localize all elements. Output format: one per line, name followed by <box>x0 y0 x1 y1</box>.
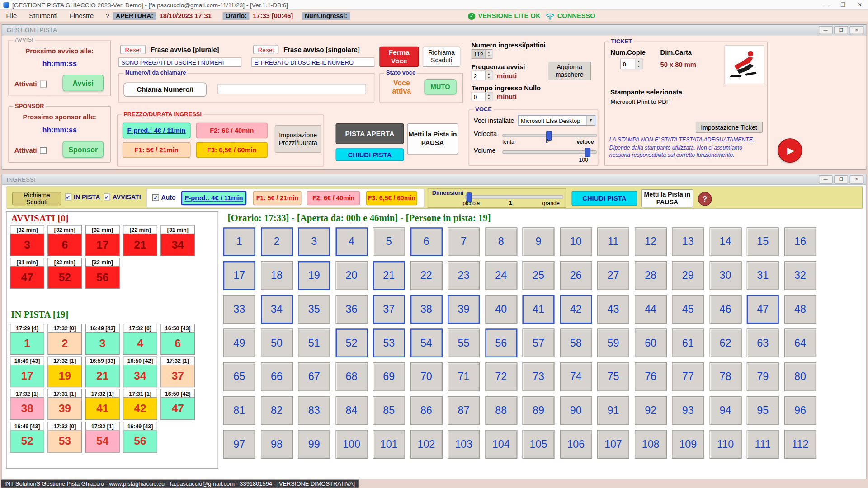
grid-cell-103[interactable]: 103 <box>448 430 480 459</box>
in-pista-tile-54[interactable]: 17:32 [1] 54 <box>85 422 120 453</box>
in-pista-tile-17[interactable]: 16:49 [43] 17 <box>10 357 44 388</box>
grid-cell-32[interactable]: 32 <box>784 261 816 290</box>
grid-cell-4[interactable]: 4 <box>335 227 368 256</box>
grid-cell-5[interactable]: 5 <box>373 227 405 256</box>
in-pista-tile-34[interactable]: 16:50 [42] 34 <box>123 357 157 388</box>
in-pista-tile-41[interactable]: 17:32 [1] 41 <box>85 389 120 420</box>
menu-file[interactable]: File <box>0 12 23 19</box>
grid-cell-14[interactable]: 14 <box>709 227 741 256</box>
grid-cell-96[interactable]: 96 <box>784 396 816 425</box>
fare-f2-button[interactable]: F2: 6€ / 40min <box>307 191 360 205</box>
in-pista-tile-2[interactable]: 17:32 [0] 2 <box>47 324 82 355</box>
grid-cell-53[interactable]: 53 <box>373 328 405 357</box>
grid-cell-45[interactable]: 45 <box>672 295 704 324</box>
impostazione-ticket-button[interactable]: Impostazione Ticket <box>695 121 763 133</box>
numeri-input[interactable] <box>218 84 366 94</box>
close-icon[interactable]: ✕ <box>850 26 864 34</box>
grid-cell-25[interactable]: 25 <box>522 261 554 290</box>
grid-cell-56[interactable]: 56 <box>485 328 517 357</box>
dimensioni-slider[interactable] <box>465 195 563 198</box>
grid-cell-62[interactable]: 62 <box>709 328 741 357</box>
avvisati-tile-21[interactable]: [22 min] 21 <box>123 225 157 256</box>
grid-cell-61[interactable]: 61 <box>672 328 704 357</box>
grid-cell-33[interactable]: 33 <box>223 295 255 324</box>
richiama-scaduti-button[interactable]: Richiama Scaduti <box>12 192 61 205</box>
grid-cell-69[interactable]: 69 <box>373 362 405 391</box>
grid-cell-31[interactable]: 31 <box>747 261 779 290</box>
grid-cell-100[interactable]: 100 <box>335 430 368 459</box>
grid-cell-22[interactable]: 22 <box>410 261 442 290</box>
up-icon[interactable]: ▲ <box>486 92 492 96</box>
aggiorna-maschere-button[interactable]: Aggiorna maschere <box>548 61 591 80</box>
menu-finestre[interactable]: Finestre <box>64 12 100 19</box>
grid-cell-67[interactable]: 67 <box>298 362 330 391</box>
grid-cell-15[interactable]: 15 <box>747 227 779 256</box>
grid-cell-26[interactable]: 26 <box>560 261 592 290</box>
velocita-slider[interactable] <box>502 134 596 137</box>
grid-cell-90[interactable]: 90 <box>560 396 592 425</box>
minimize-icon[interactable]: — <box>819 175 833 183</box>
grid-cell-16[interactable]: 16 <box>784 227 816 256</box>
auto-checkbox[interactable]: ✓ <box>152 194 159 201</box>
frequenza-spinner[interactable]: 2 ▲▼ <box>472 71 493 80</box>
grid-cell-3[interactable]: 3 <box>298 227 330 256</box>
down-icon[interactable]: ▼ <box>486 97 492 101</box>
grid-cell-101[interactable]: 101 <box>373 430 405 459</box>
grid-cell-109[interactable]: 109 <box>672 430 704 459</box>
grid-cell-51[interactable]: 51 <box>298 328 330 357</box>
chiama-numeri-button[interactable]: Chiama Numero/i <box>123 82 207 97</box>
grid-cell-55[interactable]: 55 <box>448 328 480 357</box>
grid-cell-81[interactable]: 81 <box>223 396 255 425</box>
tempo-nullo-spinner[interactable]: 0 ▲▼ <box>472 92 493 101</box>
chiudi-pista-button[interactable]: CHIUDI PISTA <box>572 191 637 206</box>
pista-aperta-button[interactable]: PISTA APERTA <box>336 123 404 144</box>
num-copie-spinner[interactable]: 0 ▲▼ <box>620 59 642 69</box>
grid-cell-60[interactable]: 60 <box>635 328 667 357</box>
in-pista-tile-38[interactable]: 17:32 [1] 38 <box>10 389 44 420</box>
play-button[interactable]: ▶ <box>778 138 802 163</box>
down-icon[interactable]: ▼ <box>635 64 642 68</box>
close-icon[interactable]: ✕ <box>850 175 864 183</box>
fare-f3-button[interactable]: F3: 6,5€ / 60min <box>196 142 268 158</box>
grid-cell-93[interactable]: 93 <box>672 396 704 425</box>
menu-strumenti[interactable]: Strumenti <box>23 12 64 19</box>
grid-cell-38[interactable]: 38 <box>410 295 442 324</box>
grid-cell-95[interactable]: 95 <box>747 396 779 425</box>
grid-cell-99[interactable]: 99 <box>298 430 330 459</box>
grid-cell-12[interactable]: 12 <box>635 227 667 256</box>
sponsor-attivati-checkbox[interactable] <box>40 147 47 154</box>
frase-singolare-input[interactable] <box>251 57 374 67</box>
grid-cell-85[interactable]: 85 <box>373 396 405 425</box>
grid-cell-102[interactable]: 102 <box>410 430 442 459</box>
grid-cell-97[interactable]: 97 <box>223 430 255 459</box>
grid-cell-23[interactable]: 23 <box>448 261 480 290</box>
restore-icon[interactable]: ❐ <box>834 26 848 34</box>
grid-cell-104[interactable]: 104 <box>485 430 517 459</box>
avvisati-tile-3[interactable]: [32 min] 3 <box>10 225 44 256</box>
frase-plurale-input[interactable] <box>118 57 241 67</box>
up-icon[interactable]: ▲ <box>486 50 492 54</box>
grid-cell-18[interactable]: 18 <box>261 261 293 290</box>
impostazione-prezzi-button[interactable]: Impostazione Prezzi/Durata <box>275 125 321 153</box>
grid-cell-36[interactable]: 36 <box>335 295 368 324</box>
grid-cell-65[interactable]: 65 <box>223 362 255 391</box>
reset-plurale-button[interactable]: Reset <box>120 45 146 54</box>
grid-cell-34[interactable]: 34 <box>261 295 293 324</box>
grid-cell-73[interactable]: 73 <box>522 362 554 391</box>
grid-cell-64[interactable]: 64 <box>784 328 816 357</box>
fare-f2-button[interactable]: F2: 6€ / 40min <box>196 123 268 138</box>
in-pista-tile-39[interactable]: 17:31 [1] 39 <box>47 389 82 420</box>
volume-slider-thumb[interactable] <box>585 148 590 157</box>
grid-cell-70[interactable]: 70 <box>410 362 442 391</box>
grid-cell-82[interactable]: 82 <box>261 396 293 425</box>
grid-cell-9[interactable]: 9 <box>522 227 554 256</box>
grid-cell-20[interactable]: 20 <box>335 261 368 290</box>
grid-cell-7[interactable]: 7 <box>448 227 480 256</box>
grid-cell-75[interactable]: 75 <box>597 362 629 391</box>
in-pista-tile-52[interactable]: 16:49 [43] 52 <box>10 422 44 453</box>
fare-f1-button[interactable]: F1: 5€ / 21min <box>123 142 191 158</box>
avvisati-tile-17[interactable]: [32 min] 17 <box>85 225 120 256</box>
muto-button[interactable]: MUTO <box>425 79 457 94</box>
richiama-scaduti-button[interactable]: Richiama Scaduti <box>423 47 460 67</box>
restore-icon[interactable]: ❐ <box>834 175 848 183</box>
